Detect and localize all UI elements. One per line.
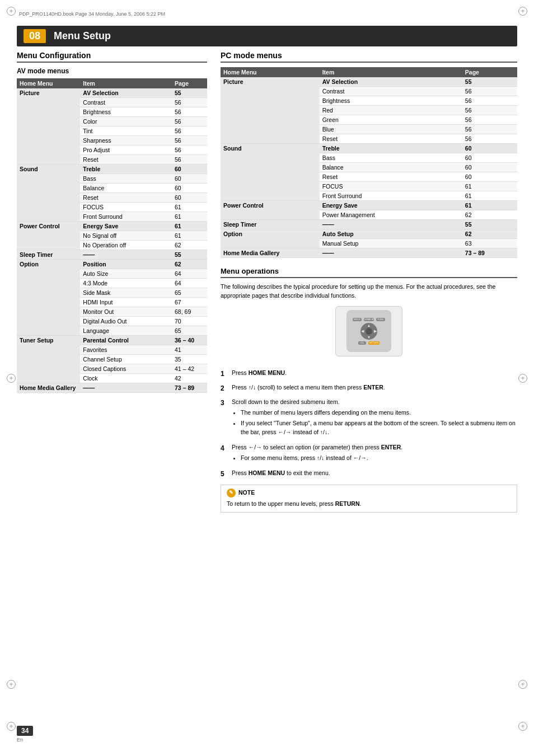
- table-cell-page: 61: [172, 203, 207, 212]
- table-cell-page: 73 – 89: [462, 248, 517, 258]
- table-cell-page: 56: [462, 106, 517, 115]
- table-cell-item: Color: [80, 117, 172, 126]
- table-cell-item: Balance: [80, 184, 172, 193]
- corner-mark-bml: [7, 680, 16, 689]
- table-row: Picture: [221, 77, 320, 144]
- table-cell-page: 68, 69: [172, 307, 207, 317]
- remote-btn-fav: FUNC: [376, 318, 385, 321]
- file-info: PDP_PRO1140HD.book Page 34 Monday, June …: [17, 11, 517, 17]
- table-cell-item: HDMI Input: [80, 298, 172, 307]
- table-cell-page: 35: [172, 355, 207, 364]
- remote-btn-ret: RETURN: [368, 341, 380, 345]
- table-row: Power Control: [221, 201, 320, 220]
- table-cell-item: Red: [320, 106, 462, 115]
- step-item: 1Press HOME MENU.: [221, 369, 517, 379]
- table-cell-item: Brightness: [80, 107, 172, 117]
- table-cell-page: 41: [172, 345, 207, 355]
- table-cell-item: Language: [80, 326, 172, 336]
- page-number: 34: [17, 726, 33, 736]
- main-content: Menu Configuration AV mode menus Home Me…: [17, 51, 517, 513]
- table-cell-page: 62: [172, 241, 207, 250]
- table-cell-page: 56: [462, 125, 517, 134]
- pc-header-page: Page: [462, 67, 517, 77]
- corner-mark-mr: [518, 374, 527, 383]
- step-number: 3: [221, 398, 228, 439]
- step-item: 2Press ↑/↓ (scroll) to select a menu ite…: [221, 383, 517, 393]
- pc-header-home: Home Menu: [221, 67, 320, 77]
- table-cell-page: 56: [172, 117, 207, 126]
- table-cell-page: 61: [462, 201, 517, 210]
- table-cell-page: 56: [462, 87, 517, 96]
- table-row: Tuner Setup: [17, 336, 80, 383]
- table-cell-item: Reset: [320, 134, 462, 144]
- table-cell-page: 60: [462, 153, 517, 163]
- table-cell-item: Clock: [80, 374, 172, 383]
- table-cell-page: 56: [172, 145, 207, 155]
- table-cell-item: Sharpness: [80, 136, 172, 145]
- table-cell-item: Parental Control: [80, 336, 172, 345]
- table-cell-item: Energy Save: [320, 201, 462, 210]
- table-cell-page: 62: [462, 229, 517, 239]
- table-cell-page: 56: [172, 107, 207, 117]
- step-item: 5Press HOME MENU to exit the menu.: [221, 469, 517, 479]
- pc-mode-table: Home Menu Item Page PictureAV Selection5…: [221, 67, 517, 258]
- table-cell-item: No Signal off: [80, 231, 172, 241]
- table-cell-page: 67: [172, 298, 207, 307]
- step-bullet: For some menu items, press ↑/↓ instead o…: [241, 454, 517, 463]
- table-cell-page: 64: [172, 269, 207, 279]
- table-cell-item: Blue: [320, 125, 462, 134]
- av-header-item: Item: [80, 78, 172, 88]
- table-cell-item: Treble: [80, 165, 172, 174]
- table-cell-page: 55: [172, 250, 207, 260]
- corner-mark-bmr: [518, 680, 527, 689]
- note-icon: ✎: [227, 489, 236, 497]
- step-number: 1: [221, 369, 228, 379]
- operations-section: Menu operations The following describes …: [221, 267, 517, 513]
- table-cell-page: 60: [172, 193, 207, 203]
- table-cell-page: 70: [172, 317, 207, 326]
- table-cell-item: Manual Setup: [320, 239, 462, 248]
- table-cell-item: Energy Save: [80, 222, 172, 231]
- av-mode-table: Home Menu Item Page PictureAV Selection5…: [17, 78, 207, 393]
- table-row: Home Media Gallery: [221, 248, 320, 258]
- table-cell-page: 60: [462, 163, 517, 172]
- table-cell-item: Front Surround: [320, 191, 462, 201]
- table-row: Option: [17, 260, 80, 336]
- page-language: En: [17, 737, 33, 743]
- table-cell-page: 65: [172, 288, 207, 298]
- note-header: ✎ NOTE: [227, 489, 511, 497]
- table-row: Sleep Timer: [221, 220, 320, 229]
- table-cell-item: Auto Setup: [320, 229, 462, 239]
- table-row: Picture: [17, 88, 80, 165]
- step-content: Press HOME MENU.: [232, 369, 517, 379]
- table-cell-page: 56: [462, 134, 517, 144]
- table-cell-item: Side Mask: [80, 288, 172, 298]
- menu-config-title: Menu Configuration: [17, 51, 207, 63]
- step-content: Press ↑/↓ (scroll) to select a menu item…: [232, 383, 517, 393]
- table-cell-item: Treble: [320, 144, 462, 153]
- av-header-page: Page: [172, 78, 207, 88]
- table-cell-item: Reset: [80, 193, 172, 203]
- table-cell-page: 60: [462, 144, 517, 153]
- step-content: Scroll down to the desired submenu item.…: [232, 398, 517, 439]
- table-cell-item: Contrast: [80, 98, 172, 107]
- step-bullet: The number of menu layers differs depend…: [241, 408, 517, 417]
- corner-mark-bl: [7, 722, 16, 731]
- table-cell-page: 61: [462, 191, 517, 201]
- table-cell-page: 61: [172, 222, 207, 231]
- remote-btn-ch: CH+: [358, 341, 366, 345]
- table-cell-page: 56: [462, 96, 517, 106]
- av-mode-subtitle: AV mode menus: [17, 67, 207, 75]
- table-cell-item: Monitor Out: [80, 307, 172, 317]
- step-content: Press ←/→ to select an option (or parame…: [232, 443, 517, 465]
- table-cell-page: 55: [462, 77, 517, 87]
- note-label: NOTE: [238, 489, 255, 497]
- table-cell-item: Reset: [80, 155, 172, 165]
- header-bar: 08 Menu Setup: [17, 26, 517, 46]
- operations-title: Menu operations: [221, 267, 517, 278]
- table-cell-item: Balance: [320, 163, 462, 172]
- table-cell-page: 60: [172, 165, 207, 174]
- table-cell-page: 56: [462, 115, 517, 125]
- table-cell-page: 61: [172, 231, 207, 241]
- table-cell-page: 56: [172, 155, 207, 165]
